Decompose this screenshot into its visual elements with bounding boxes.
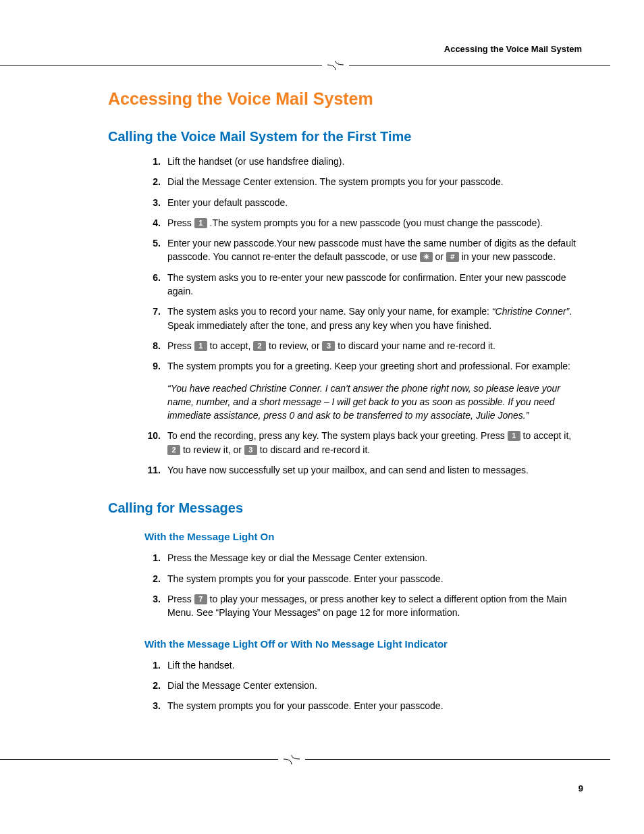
step-text: Enter your default passcode. (167, 197, 288, 208)
keypad-two-icon: 2 (253, 341, 266, 351)
steps-first-time: 1.Lift the handset (or use handsfree dia… (144, 151, 583, 480)
step-text: Press the Message key or dial the Messag… (167, 552, 427, 563)
step-text: Press (167, 594, 194, 604)
page-footer: 9 (0, 755, 583, 793)
step-text: Press (167, 340, 194, 351)
step-text: to accept it, (520, 430, 571, 441)
list-item: 9. The system prompts you for a greeting… (144, 356, 583, 425)
step-text: to review it, or (180, 444, 244, 455)
list-item: 1.Lift the handset. (144, 655, 583, 675)
step-text: The system prompts you for your passcode… (167, 573, 444, 584)
step-text: The system prompts you for your passcode… (167, 700, 444, 711)
list-item: 1.Lift the handset (or use handsfree dia… (144, 151, 583, 172)
list-item: 11.You have now successfully set up your… (144, 460, 583, 480)
step-text: The system asks you to re-enter your new… (167, 272, 566, 296)
example-greeting: “You have reached Christine Conner. I ca… (167, 382, 583, 423)
subsection-light-on: With the Message Light On (144, 531, 583, 542)
list-item: 1.Press the Message key or dial the Mess… (144, 548, 583, 568)
step-text: or (433, 251, 446, 262)
header-rule (88, 61, 583, 70)
list-item: 8. Press 1 to accept, 2 to review, or 3 … (144, 336, 583, 356)
step-text: to discard your name and re-record it. (335, 340, 495, 351)
step-text: Lift the handset. (167, 660, 235, 671)
list-item: 3.The system prompts you for your passco… (144, 696, 583, 716)
step-text: Lift the handset (or use handsfree diali… (167, 156, 344, 167)
step-text: .The system prompts you for a new passco… (207, 217, 543, 228)
subsection-light-off: With the Message Light Off or With No Me… (144, 638, 583, 650)
list-item: 10. To end the recording, press any key.… (144, 425, 583, 460)
step-text: Dial the Message Center extension. (167, 680, 317, 691)
page-number: 9 (0, 783, 583, 793)
step-text: to accept, (207, 340, 253, 351)
steps-light-off: 1.Lift the handset. 2.Dial the Message C… (144, 655, 583, 716)
keypad-star-icon: ✳ (420, 252, 433, 262)
step-text: The system prompts you for a greeting. K… (167, 361, 570, 371)
list-item: 6.The system asks you to re-enter your n… (144, 267, 583, 302)
list-item: 3.Enter your default passcode. (144, 192, 583, 213)
keypad-one-icon: 1 (194, 218, 207, 228)
keypad-hash-icon: # (446, 252, 459, 262)
step-text: to discard and re-record it. (257, 444, 370, 455)
list-item: 3. Press 7 to play your messages, or pre… (144, 589, 583, 623)
page-title: Accessing the Voice Mail System (108, 89, 583, 109)
footer-rule (0, 755, 583, 764)
running-header: Accessing the Voice Mail System (88, 44, 583, 54)
list-item: 2.Dial the Message Center extension. (144, 675, 583, 696)
keypad-three-icon: 3 (322, 341, 335, 351)
keypad-three-icon: 3 (244, 445, 257, 455)
step-text: Dial the Message Center extension. The s… (167, 176, 504, 187)
step-text: to review, or (266, 340, 322, 351)
list-item: 2.The system prompts you for your passco… (144, 569, 583, 589)
step-text: You have now successfully set up your ma… (167, 465, 529, 475)
keypad-one-icon: 1 (194, 341, 207, 351)
step-text: The system asks you to record your name.… (167, 306, 492, 317)
steps-light-on: 1.Press the Message key or dial the Mess… (144, 548, 583, 623)
section-first-time: Calling the Voice Mail System for the Fi… (108, 129, 583, 145)
list-item: 4. Press 1 .The system prompts you for a… (144, 213, 583, 233)
keypad-seven-icon: 7 (194, 594, 207, 604)
keypad-two-icon: 2 (167, 445, 180, 455)
step-text: Press (167, 217, 194, 228)
keypad-one-icon: 1 (508, 431, 520, 441)
quoted-name: “Christine Conner” (492, 306, 569, 317)
step-text: in your new passcode. (459, 251, 556, 262)
section-calling-messages: Calling for Messages (108, 500, 583, 516)
list-item: 2.Dial the Message Center extension. The… (144, 172, 583, 192)
step-text: to play your messages, or press another … (167, 594, 566, 618)
step-text: To end the recording, press any key. The… (167, 430, 508, 441)
document-page: Accessing the Voice Mail System Accessin… (0, 0, 644, 834)
list-item: 5. Enter your new passcode.Your new pass… (144, 233, 583, 267)
list-item: 7. The system asks you to record your na… (144, 301, 583, 336)
